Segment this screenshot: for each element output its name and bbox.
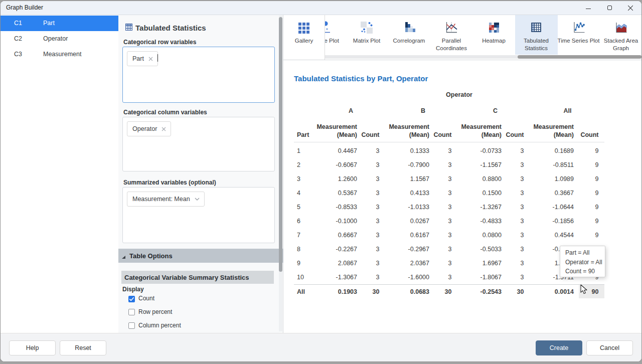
cancel-button[interactable]: Cancel xyxy=(586,340,633,355)
table-options-header[interactable]: Table Options xyxy=(118,249,283,263)
row-variable-chip[interactable]: Part xyxy=(127,51,158,66)
stacked-area-graph-icon xyxy=(614,21,628,35)
gallery-scrollbar-thumb[interactable] xyxy=(518,55,641,59)
gallery-scroll-area: Bubble PlotMatrix PlotCorrelogramParalle… xyxy=(325,15,641,55)
count-header: Count xyxy=(422,131,452,138)
builder-panel-scrollbar[interactable] xyxy=(279,16,282,331)
gallery-item-heatmap[interactable]: Heatmap xyxy=(472,15,515,55)
checkbox-label: Column percent xyxy=(138,322,181,329)
close-icon xyxy=(627,5,633,11)
table-row-6: 6-0.100030.02673-0.48333-0.18569 xyxy=(294,214,604,228)
tooltip-line: Part = All xyxy=(565,248,605,258)
column-id: C2 xyxy=(14,31,22,47)
help-button[interactable]: Help xyxy=(9,340,56,355)
value-cell: 3 xyxy=(332,186,380,200)
gallery-item-label: Matrix Plot xyxy=(344,37,390,45)
cell-tooltip: Part = AllOperator = AllCount = 90 xyxy=(560,246,605,277)
header-rule xyxy=(294,142,604,142)
gallery-item-label: Parallel Coordinates xyxy=(428,37,474,52)
title-bar[interactable]: Graph Builder xyxy=(1,1,641,15)
value-cell: 3 xyxy=(476,200,524,214)
correlogram-icon xyxy=(402,21,416,35)
gallery-item-gallery[interactable]: Gallery xyxy=(283,15,325,60)
measurement-header: Measurement xyxy=(524,123,574,130)
close-button[interactable] xyxy=(620,1,640,15)
value-cell: 3 xyxy=(332,242,380,256)
chip-label: Part xyxy=(132,55,144,62)
gallery-scrollbar[interactable] xyxy=(325,55,641,59)
chip-label: Operator xyxy=(132,125,157,132)
value-cell: 9 xyxy=(551,186,599,200)
table-row-2: 2-0.60673-0.79003-1.15673-0.85119 xyxy=(294,158,604,172)
value-cell: 3 xyxy=(332,144,380,158)
mean-header: (Mean) xyxy=(524,131,574,138)
table-row-3: 31.260031.156730.880031.09899 xyxy=(294,172,604,186)
value-cell: 9 xyxy=(551,172,599,186)
create-button[interactable]: Create xyxy=(536,340,582,355)
remove-variable-icon[interactable] xyxy=(148,57,153,61)
display-label: Display xyxy=(122,286,144,293)
table-row-10: 10-1.30673-1.60003-1.80673-1.57119 xyxy=(294,270,604,284)
gallery-item-matrix-plot[interactable]: Matrix Plot xyxy=(346,15,388,55)
minimize-button[interactable] xyxy=(578,1,598,15)
checkbox-row-percent[interactable]: Row percent xyxy=(128,308,172,315)
value-cell: 9 xyxy=(551,228,599,242)
measurement-header: Measurement xyxy=(379,123,429,130)
table-row-1: 10.446730.13333-0.073330.16899 xyxy=(294,144,604,158)
summarized-variable-chip[interactable]: Measurement: Mean xyxy=(127,192,205,207)
gallery-item-parallel-coordinates[interactable]: Parallel Coordinates xyxy=(430,15,473,55)
value-cell: 3 xyxy=(332,214,380,228)
tabulated-statistics-header-icon xyxy=(125,24,132,31)
gallery-item-label: Time Series Plot xyxy=(556,37,602,45)
column-name: Operator xyxy=(43,31,68,47)
text-caret xyxy=(157,54,158,62)
column-id: C3 xyxy=(14,47,22,62)
value-cell: 3 xyxy=(476,228,524,242)
value-cell: 90 xyxy=(551,285,599,299)
output-table-title: Tabulated Statistics by Part, Operator xyxy=(294,74,428,83)
checkbox-count[interactable]: Count xyxy=(128,295,154,302)
value-cell: 3 xyxy=(404,256,452,270)
reset-button[interactable]: Reset xyxy=(60,340,106,355)
gallery-item-stacked-area-graph[interactable]: Stacked Area Graph xyxy=(600,15,642,55)
mouse-cursor xyxy=(580,284,588,297)
gallery-item-tabulated-statistics[interactable]: Tabulated Statistics xyxy=(515,15,558,55)
gallery-item-time-series-plot[interactable]: Time Series Plot xyxy=(557,15,600,55)
tabulated-statistics-table: OperatorABCAllMeasurement(Mean)Measureme… xyxy=(294,89,604,300)
column-variables-box[interactable]: Operator xyxy=(122,117,275,171)
window-title: Graph Builder xyxy=(6,1,43,15)
value-cell: 9 xyxy=(551,214,599,228)
builder-panel-scrollbar-thumb[interactable] xyxy=(279,17,282,272)
table-row-all: All0.1903300.068330-0.2543300.001490 xyxy=(294,284,604,298)
value-cell: 3 xyxy=(476,242,524,256)
value-cell: 3 xyxy=(404,200,452,214)
value-cell: 9 xyxy=(551,158,599,172)
column-variable-chip[interactable]: Operator xyxy=(127,121,171,136)
value-cell: 9 xyxy=(551,144,599,158)
column-group-header: Operator xyxy=(409,91,510,98)
worksheet-column-c1[interactable]: C1Part xyxy=(1,16,118,31)
measurement-header: Measurement xyxy=(307,123,357,130)
value-cell: 3 xyxy=(476,186,524,200)
bubble-plot-icon xyxy=(325,21,332,35)
value-cell: 3 xyxy=(476,270,524,284)
checkbox-column-percent[interactable]: Column percent xyxy=(128,322,181,329)
table-row-9: 92.086732.036731.696731.94009 xyxy=(294,256,604,270)
count-header: Count xyxy=(494,131,524,138)
worksheet-column-c3[interactable]: C3Measurement xyxy=(1,47,118,62)
row-variables-box[interactable]: Part xyxy=(122,47,275,103)
value-cell: 3 xyxy=(476,144,524,158)
tabulated-statistics-icon xyxy=(529,21,543,35)
value-cell: 3 xyxy=(332,172,380,186)
value-cell: 3 xyxy=(332,158,380,172)
value-cell: 3 xyxy=(404,214,452,228)
remove-variable-icon[interactable] xyxy=(162,127,166,131)
maximize-button[interactable] xyxy=(599,1,619,15)
gallery-item-correlogram[interactable]: Correlogram xyxy=(388,15,430,55)
worksheet-column-c2[interactable]: C2Operator xyxy=(1,31,118,47)
gallery-item-bubble-plot[interactable]: Bubble Plot xyxy=(325,15,346,55)
time-series-plot-icon xyxy=(572,21,586,35)
value-cell: 3 xyxy=(476,214,524,228)
column-name: Part xyxy=(43,16,55,31)
summarized-variables-box[interactable]: Measurement: Mean xyxy=(122,187,275,243)
